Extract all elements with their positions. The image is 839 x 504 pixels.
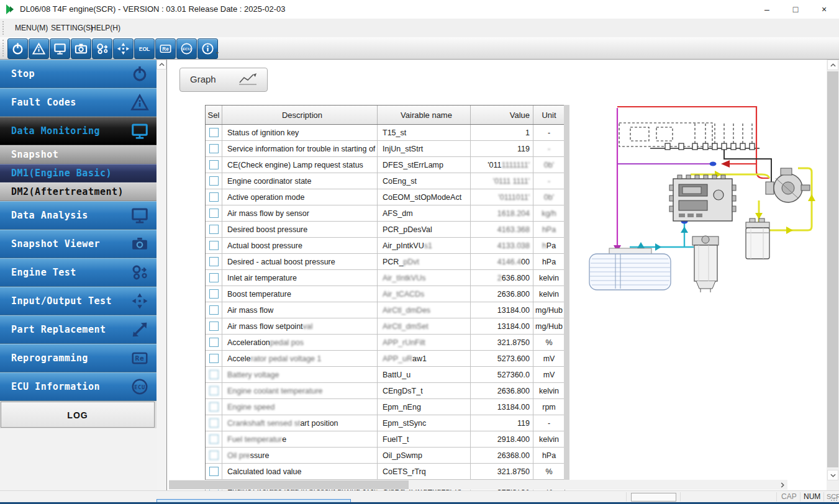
sel-cell	[206, 125, 222, 140]
maximize-button[interactable]: □	[781, 0, 810, 19]
toolbar-info-button[interactable]	[197, 38, 218, 59]
sidebar-item-snapshot-viewer[interactable]: Snapshot Viewer	[0, 230, 156, 258]
toolbar-ecu-info-button[interactable]: ECU	[176, 38, 197, 59]
scroll-down-button[interactable]	[827, 470, 838, 480]
sidebar-item-fault-codes[interactable]: Fault Codes	[0, 88, 156, 117]
variable-name-cell: AirCtl_dmDes	[378, 302, 471, 318]
row-checkbox[interactable]	[209, 354, 219, 363]
resize-grip[interactable]	[830, 494, 838, 502]
horizontal-scrollbar-thumb[interactable]	[169, 480, 409, 489]
row-checkbox[interactable]	[209, 434, 219, 444]
row-checkbox[interactable]	[209, 257, 219, 266]
row-checkbox[interactable]	[209, 273, 219, 282]
menu-menu[interactable]: MENU(M)	[11, 19, 52, 37]
sidebar-item-label: DM1(Engine Basic)	[11, 168, 112, 179]
unit-cell: -	[533, 125, 565, 140]
variable-name-cell: Epm_nEng	[378, 399, 471, 415]
scroll-up-button[interactable]	[156, 60, 166, 70]
toolbar-stop-button[interactable]	[7, 38, 28, 59]
sidebar-item-label: Snapshot Viewer	[11, 238, 100, 250]
row-checkbox[interactable]	[209, 209, 219, 218]
close-button[interactable]: ×	[810, 0, 838, 19]
toolbar-engine-test-button[interactable]	[92, 38, 112, 59]
toolbar-eol-button[interactable]: EOL	[134, 38, 155, 59]
description-cell: Actual boost pressure	[222, 238, 378, 253]
sidebar-item-dm1-engine-basic[interactable]: DM1(Engine Basic)	[0, 164, 156, 182]
row-checkbox[interactable]	[209, 322, 219, 331]
row-checkbox[interactable]	[209, 338, 219, 347]
sidebar-item-dm2-aftertreatment[interactable]: DM2(Aftertreatment)	[0, 182, 156, 201]
graph-button[interactable]: Graph	[179, 68, 268, 92]
power-icon	[130, 65, 149, 83]
row-checkbox[interactable]	[209, 160, 219, 169]
sidebar-item-label: Input/Output Test	[11, 295, 112, 307]
sidebar-item-snapshot[interactable]: Snapshot	[0, 145, 156, 164]
sel-cell	[206, 222, 222, 237]
scroll-up-button[interactable]	[827, 60, 838, 70]
toolbar-fault-codes-button[interactable]	[29, 38, 49, 59]
minimize-button[interactable]: –	[753, 0, 781, 19]
app-logo-icon	[5, 4, 16, 15]
vertical-scrollbar[interactable]	[827, 60, 839, 491]
row-checkbox[interactable]	[209, 225, 219, 234]
unit-cell: mg/Hub	[533, 302, 565, 318]
window-title: DL06/08 T4F engine(SCR) - VERSION : 03.0…	[20, 4, 286, 14]
row-checkbox[interactable]	[209, 176, 219, 186]
sidebar-item-stop[interactable]: Stop	[0, 60, 156, 88]
header-variable-name[interactable]: Vairable name	[378, 106, 471, 124]
row-checkbox[interactable]	[209, 451, 219, 460]
header-sel[interactable]: Sel	[206, 106, 222, 124]
description-cell: Air mass flow by sensor	[222, 205, 378, 221]
row-checkbox[interactable]	[209, 144, 219, 153]
sidebar-scrollbar[interactable]	[156, 60, 167, 491]
power-icon	[11, 42, 25, 56]
sidebar-item-input-output-test[interactable]: Input/Output Test	[0, 287, 156, 315]
table-row: Crankshaft sensed start positionEpm_stSy…	[206, 415, 565, 431]
variable-name-cell: InjUn_stStrt	[378, 141, 471, 156]
table-row: Engine coordinator stateCoEng_st'0111 11…	[206, 173, 565, 189]
unit-cell: -	[533, 415, 565, 431]
unit-cell: kelvin	[533, 431, 565, 447]
row-checkbox[interactable]	[209, 128, 219, 137]
header-unit[interactable]: Unit	[533, 106, 565, 124]
sidebar-item-engine-test[interactable]: Engine Test	[0, 258, 156, 287]
menu-help[interactable]: HELP(H)	[87, 19, 124, 37]
toolbar-snapshot-button[interactable]	[71, 38, 91, 59]
sidebar-item-data-monitoring[interactable]: Data Monitoring	[0, 117, 156, 145]
row-checkbox[interactable]	[209, 192, 219, 202]
sidebar-item-reprogramming[interactable]: Reprogramming Re	[0, 344, 156, 372]
row-checkbox[interactable]	[209, 467, 219, 476]
toolbar: EOL Re ECU ▾	[0, 37, 839, 60]
log-button[interactable]: LOG	[1, 402, 155, 428]
table-row: Air mass flowAirCtl_dmDes13184.00mg/Hub	[206, 302, 565, 318]
row-checkbox[interactable]	[209, 241, 219, 250]
description-cell: Engine coolant temperature	[222, 383, 378, 398]
svg-text:Re: Re	[162, 47, 169, 52]
value-cell: 2636.800	[471, 383, 533, 398]
sidebar-item-label: Stop	[11, 68, 35, 79]
header-description[interactable]: Description	[222, 106, 378, 124]
vertical-scrollbar-thumb[interactable]	[827, 71, 838, 467]
table-header: Sel Description Vairable name Value Unit	[206, 106, 565, 125]
header-value[interactable]: Value	[471, 106, 533, 124]
sidebar-item-ecu-information[interactable]: ECU Information ECU	[0, 372, 156, 401]
row-checkbox[interactable]	[209, 402, 219, 412]
row-checkbox[interactable]	[209, 386, 219, 395]
horizontal-scrollbar[interactable]	[169, 480, 787, 490]
row-checkbox[interactable]	[209, 305, 219, 315]
cross-arrows-icon	[116, 42, 130, 56]
unit-cell: mV	[533, 351, 565, 366]
row-checkbox[interactable]	[209, 289, 219, 299]
row-checkbox[interactable]	[209, 370, 219, 379]
row-checkbox[interactable]	[209, 418, 219, 428]
scroll-right-button[interactable]	[778, 480, 787, 490]
toolbar-reprogramming-button[interactable]: Re	[155, 38, 176, 59]
sidebar-item-data-analysis[interactable]: Data Analysis	[0, 201, 156, 230]
table-scrollbar[interactable]	[564, 105, 569, 481]
toolbar-io-test-button[interactable]	[113, 38, 134, 59]
svg-text:EOL: EOL	[139, 46, 150, 52]
statusbar-divider	[823, 492, 824, 502]
sidebar-item-part-replacement[interactable]: Part Replacement	[0, 315, 156, 344]
toolbar-overflow-button[interactable]: ▾	[216, 51, 222, 57]
toolbar-data-monitoring-button[interactable]	[50, 38, 70, 59]
